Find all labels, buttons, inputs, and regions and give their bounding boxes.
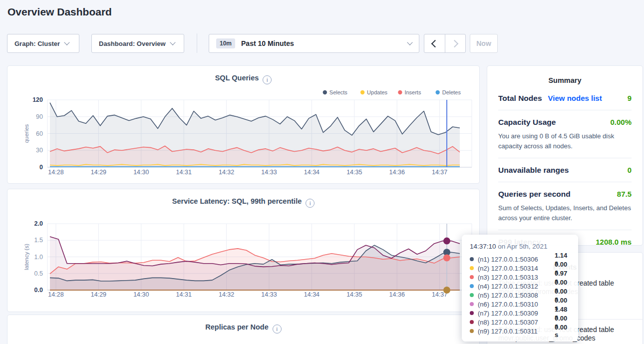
summary-label: Unavailable ranges <box>498 166 569 175</box>
series-color-dot-icon <box>470 311 474 315</box>
svg-text:0: 0 <box>39 164 43 171</box>
chart-tooltip: 14:37:10 on Apr 5th, 2021 (n1) 127.0.0.1… <box>462 235 578 342</box>
svg-text:30: 30 <box>36 147 43 154</box>
summary-value: 9 <box>628 94 632 102</box>
series-color-dot-icon <box>470 320 474 324</box>
svg-text:14:34: 14:34 <box>304 169 320 176</box>
summary-row-capacity-usage: Capacity Usage 0.00% You are using 0 B o… <box>498 110 632 158</box>
svg-text:1.0: 1.0 <box>34 254 43 261</box>
svg-text:14:28: 14:28 <box>48 169 63 176</box>
chart-title: Service Latency: SQL, 99th percentilei <box>7 197 479 208</box>
summary-title: Summary <box>498 66 632 86</box>
now-button[interactable]: Now <box>470 34 498 53</box>
svg-text:14:30: 14:30 <box>133 291 149 298</box>
svg-text:14:36: 14:36 <box>389 169 405 176</box>
view-nodes-list-link[interactable]: View nodes list <box>548 94 602 102</box>
svg-text:90: 90 <box>36 113 43 120</box>
summary-row-queries-per-second: Queries per second 87.5 Sum of Selects, … <box>498 182 632 230</box>
tooltip-node-label: (n1) 127.0.0.1:50306 <box>478 256 551 263</box>
tooltip-node-label: (n6) 127.0.0.1:50310 <box>478 301 551 308</box>
svg-text:14:33: 14:33 <box>261 291 277 298</box>
series-color-dot-icon <box>470 257 474 261</box>
svg-text:queries: queries <box>23 124 29 143</box>
graph-scope-label: Graph: Cluster <box>14 40 60 47</box>
svg-text:2.0: 2.0 <box>34 220 43 227</box>
summary-description: You are using 0 B of 4.5 GiB usable disk… <box>498 131 632 151</box>
chevron-left-icon <box>431 39 439 47</box>
next-interval-button[interactable] <box>445 34 466 52</box>
chevron-right-icon <box>450 39 458 47</box>
service-latency-chart[interactable]: 14:2814:2914:3014:3114:3214:3314:3414:35… <box>7 189 480 315</box>
controls-divider <box>197 33 197 53</box>
summary-panel: Summary Total Nodes View nodes list 9 Ca… <box>487 65 643 246</box>
series-color-dot-icon <box>470 293 474 297</box>
summary-label: Capacity Usage <box>498 118 556 127</box>
svg-text:14:36: 14:36 <box>389 291 405 298</box>
sql-queries-chart-panel: SQL Queriesi 14:2814:2914:3014:3114:3214… <box>7 65 480 184</box>
summary-value: 0 <box>628 166 632 174</box>
tooltip-node-label: (n7) 127.0.0.1:50309 <box>478 310 551 317</box>
svg-text:Selects: Selects <box>329 89 348 95</box>
time-range-label: Past 10 Minutes <box>241 39 294 47</box>
summary-row-unavailable-ranges: Unavailable ranges 0 <box>498 158 632 182</box>
replicas-per-node-chart-panel: Replicas per Nodei <box>7 315 480 344</box>
chevron-down-icon <box>170 39 175 45</box>
summary-row-total-nodes: Total Nodes View nodes list 9 <box>498 86 632 110</box>
service-latency-chart-panel: Service Latency: SQL, 99th percentilei 1… <box>7 189 480 312</box>
svg-text:120: 120 <box>32 96 43 103</box>
time-range-dropdown[interactable]: 10m Past 10 Minutes <box>209 34 419 53</box>
svg-text:14:32: 14:32 <box>219 291 234 298</box>
tooltip-node-value: 0.00 s <box>555 324 570 339</box>
chevron-down-icon <box>407 39 412 45</box>
prev-interval-button[interactable] <box>424 34 445 52</box>
tooltip-timestamp: 14:37:10 on Apr 5th, 2021 <box>470 243 570 250</box>
svg-text:1.5: 1.5 <box>34 237 43 244</box>
tooltip-rows: (n1) 127.0.0.1:503061.14 s(n2) 127.0.0.1… <box>470 255 570 336</box>
summary-description: Sum of Selects, Updates, Inserts, and De… <box>498 203 632 223</box>
tooltip-row: (n9) 127.0.0.1:503110.00 s <box>470 327 570 336</box>
summary-value: 87.5 <box>617 190 632 198</box>
series-color-dot-icon <box>470 266 474 270</box>
svg-text:14:33: 14:33 <box>261 169 277 176</box>
graph-scope-dropdown[interactable]: Graph: Cluster <box>7 34 79 53</box>
summary-value: 0.00% <box>610 118 632 126</box>
dashboard-label: Dashboard: Overview <box>99 40 166 47</box>
series-color-dot-icon <box>470 284 474 288</box>
svg-text:14:31: 14:31 <box>176 291 192 298</box>
svg-text:Deletes: Deletes <box>442 89 461 95</box>
tooltip-node-label: (n9) 127.0.0.1:50311 <box>478 328 551 335</box>
tooltip-node-label: (n5) 127.0.0.1:50308 <box>478 292 551 299</box>
svg-text:14:28: 14:28 <box>48 291 63 298</box>
chart-title: Replicas per Nodei <box>7 323 479 334</box>
svg-text:14:32: 14:32 <box>219 169 234 176</box>
svg-text:latency (s): latency (s) <box>23 244 29 270</box>
svg-text:14:29: 14:29 <box>91 291 106 298</box>
info-icon[interactable]: i <box>263 75 272 84</box>
svg-text:0.0: 0.0 <box>34 287 43 294</box>
svg-text:60: 60 <box>36 130 43 137</box>
series-color-dot-icon <box>470 329 474 333</box>
tooltip-node-label: (n3) 127.0.0.1:50313 <box>478 274 551 281</box>
series-color-dot-icon <box>470 302 474 306</box>
page-title: Overview Dashboard <box>7 6 112 18</box>
summary-value: 1208.0 ms <box>596 238 632 246</box>
tooltip-node-label: (n2) 127.0.0.1:50314 <box>478 265 551 272</box>
tooltip-node-label: (n4) 127.0.0.1:50312 <box>478 283 551 290</box>
info-icon[interactable]: i <box>273 325 282 334</box>
svg-text:Updates: Updates <box>367 89 387 95</box>
series-color-dot-icon <box>470 275 474 279</box>
svg-text:14:37: 14:37 <box>432 169 447 176</box>
svg-text:14:34: 14:34 <box>304 291 320 298</box>
svg-text:14:30: 14:30 <box>133 169 149 176</box>
svg-text:Inserts: Inserts <box>404 89 421 95</box>
dashboard-dropdown[interactable]: Dashboard: Overview <box>91 34 184 53</box>
time-shift-button-group <box>424 34 466 53</box>
svg-text:14:35: 14:35 <box>346 291 362 298</box>
chevron-down-icon <box>64 39 69 45</box>
svg-text:0.5: 0.5 <box>34 270 43 277</box>
svg-text:14:31: 14:31 <box>176 169 192 176</box>
tooltip-node-label: (n8) 127.0.0.1:50307 <box>478 319 551 326</box>
chart-title: SQL Queriesi <box>7 74 479 84</box>
info-icon[interactable]: i <box>306 199 315 208</box>
svg-text:14:35: 14:35 <box>346 169 362 176</box>
